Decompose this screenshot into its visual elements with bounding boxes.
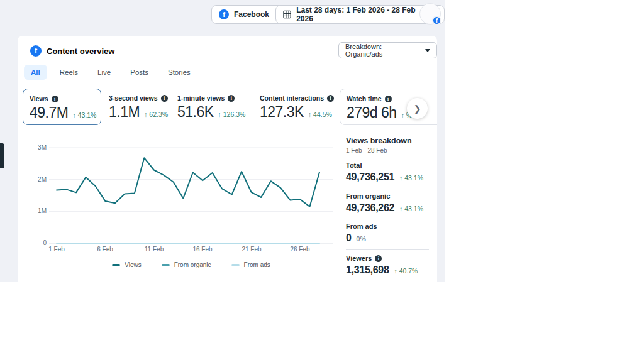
- info-icon[interactable]: i: [52, 96, 58, 102]
- metric-change: ↑ 44.5%: [308, 111, 332, 118]
- metric-card-content-interactions[interactable]: Content interactions i 127.3K ↑ 44.5%: [253, 89, 340, 126]
- metric-value: 1.1M: [109, 104, 140, 121]
- profile-avatar[interactable]: f: [419, 3, 441, 25]
- x-axis-tick: 11 Feb: [145, 246, 164, 253]
- y-axis-tick: 0: [28, 239, 47, 246]
- x-axis-tick: 16 Feb: [192, 246, 212, 253]
- metric-card-3-second-views[interactable]: 3-second views i 1.1M ↑ 62.3%: [103, 89, 174, 126]
- legend-label: Views: [125, 261, 142, 268]
- metric-label: Views: [30, 95, 48, 102]
- panel-divider: [338, 132, 338, 282]
- breakdown-selector[interactable]: Breakdown: Organic/ads: [338, 42, 437, 58]
- metric-card-1-minute-views[interactable]: 1-minute views i 51.6K ↑ 126.3%: [171, 89, 252, 126]
- tab-stories[interactable]: Stories: [161, 65, 197, 80]
- tab-posts[interactable]: Posts: [123, 65, 155, 80]
- breakdown-row-value: 49,736,251: [346, 172, 394, 183]
- metric-label: Watch time: [347, 95, 382, 102]
- legend-item-from-organic: From organic: [162, 261, 211, 268]
- tab-all[interactable]: All: [24, 65, 47, 80]
- legend-label: From ads: [244, 261, 270, 268]
- metric-label: 3-second views: [109, 94, 158, 102]
- legend-item-views: Views: [112, 261, 142, 268]
- info-icon[interactable]: i: [385, 96, 392, 102]
- y-axis-tick: 1M: [28, 207, 47, 214]
- metric-value: 127.3K: [260, 104, 304, 121]
- facebook-logo-icon: f: [30, 45, 42, 57]
- tab-live[interactable]: Live: [91, 65, 118, 80]
- breakdown-selector-label: Breakdown: Organic/ads: [345, 43, 418, 58]
- y-axis-tick: 3M: [28, 144, 47, 151]
- views-line-swatch: [112, 264, 120, 266]
- info-icon[interactable]: i: [327, 95, 334, 102]
- viewers-row: 1,315,698 ↑ 40.7%: [346, 265, 433, 276]
- metric-value: 49.7M: [30, 104, 68, 121]
- metric-change: ↑ 43.1%: [72, 111, 96, 119]
- platform-selector-label: Facebook: [234, 10, 269, 19]
- viewers-change: ↑ 40.7%: [394, 267, 418, 275]
- breakdown-row: 49,736,262 ↑ 43.1%: [346, 202, 433, 214]
- tab-reels[interactable]: Reels: [53, 65, 85, 80]
- content-overview-card: f Content overview Breakdown: Organic/ad…: [18, 36, 437, 282]
- breakdown-panel-title: Views breakdown: [346, 136, 433, 145]
- chevron-right-icon: ❯: [414, 104, 421, 114]
- info-icon[interactable]: i: [228, 95, 235, 102]
- info-icon[interactable]: i: [375, 255, 382, 262]
- breakdown-row-value: 49,736,262: [346, 202, 394, 214]
- metric-label: 1-minute views: [177, 94, 225, 102]
- metrics-scroll-right-button[interactable]: ❯: [407, 98, 428, 119]
- calendar-grid-icon: [283, 10, 291, 19]
- metric-change: ↑ 62.3%: [144, 111, 168, 118]
- x-axis-tick: 6 Feb: [97, 246, 113, 253]
- breakdown-row-change: ↑ 43.1%: [399, 174, 423, 182]
- viewers-row-label: Viewers i: [346, 255, 433, 262]
- metric-value: 279d 6h: [347, 104, 397, 121]
- breakdown-row-change: ↑ 43.1%: [399, 205, 423, 212]
- info-icon[interactable]: i: [161, 95, 168, 102]
- organic-line-swatch: [162, 264, 170, 266]
- chevron-down-icon: [425, 49, 430, 52]
- breakdown-row-label: From organic: [346, 192, 433, 200]
- x-axis-tick: 26 Feb: [290, 246, 309, 253]
- app-window: f Facebook Last 28 days: 1 Feb 2026 - 28…: [0, 0, 445, 282]
- ads-line-swatch: [231, 264, 240, 266]
- metric-label: Content interactions: [260, 94, 324, 102]
- breakdown-row-value: 0: [346, 233, 352, 244]
- facebook-logo-icon: f: [219, 9, 229, 19]
- y-axis-tick: 2M: [28, 176, 47, 183]
- breakdown-row-label: Total: [346, 162, 433, 169]
- metric-change: ↑ 126.3%: [218, 111, 246, 118]
- page: f Facebook Last 28 days: 1 Feb 2026 - 28…: [0, 0, 644, 362]
- metric-value: 51.6K: [177, 104, 214, 121]
- chart-svg: [49, 143, 333, 249]
- chart-legend: Views From organic From ads: [49, 261, 333, 268]
- page-title: Content overview: [47, 47, 114, 56]
- breakdown-divider: [346, 249, 429, 250]
- side-drawer-handle[interactable]: [0, 143, 4, 168]
- views-line: [57, 158, 319, 207]
- viewers-value: 1,315,698: [346, 265, 389, 276]
- metric-card-views[interactable]: Views i 49.7M ↑ 43.1%: [23, 89, 101, 125]
- breakdown-row-change: 0%: [357, 235, 366, 243]
- x-axis-tick: 21 Feb: [242, 246, 261, 253]
- breakdown-row: 49,736,251 ↑ 43.1%: [346, 172, 433, 183]
- legend-item-from-ads: From ads: [231, 261, 270, 268]
- date-range-label: Last 28 days: 1 Feb 2026 - 28 Feb 2026: [296, 6, 426, 23]
- facebook-badge-icon: f: [432, 16, 441, 25]
- legend-label: From organic: [174, 261, 211, 268]
- content-type-tabs: All Reels Live Posts Stories: [24, 65, 197, 80]
- breakdown-row: 0 0%: [346, 233, 433, 244]
- breakdown-row-label: From ads: [346, 222, 433, 230]
- breakdown-panel-date-range: 1 Feb - 28 Feb: [346, 147, 433, 154]
- x-axis-tick: 1 Feb: [48, 246, 65, 253]
